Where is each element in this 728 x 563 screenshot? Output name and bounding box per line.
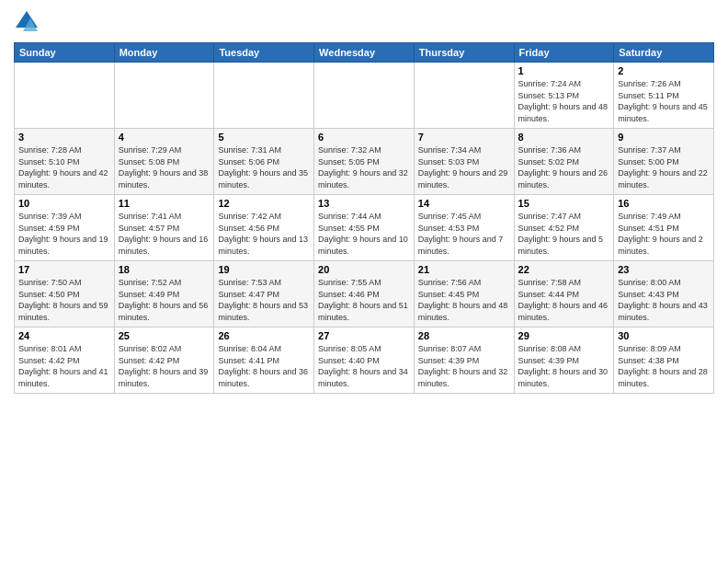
weekday-header: Friday bbox=[514, 43, 614, 63]
day-detail: Sunrise: 7:24 AMSunset: 5:13 PMDaylight:… bbox=[518, 79, 609, 123]
day-detail: Sunrise: 7:52 AMSunset: 4:49 PMDaylight:… bbox=[119, 278, 209, 322]
calendar-cell: 10 Sunrise: 7:39 AMSunset: 4:59 PMDaylig… bbox=[15, 195, 115, 261]
day-number: 3 bbox=[18, 132, 110, 143]
day-number: 9 bbox=[618, 132, 710, 143]
calendar-cell bbox=[314, 63, 415, 129]
calendar-cell bbox=[114, 63, 214, 129]
day-detail: Sunrise: 7:36 AMSunset: 5:02 PMDaylight:… bbox=[518, 145, 609, 190]
calendar-cell: 14 Sunrise: 7:45 AMSunset: 4:53 PMDaylig… bbox=[414, 195, 514, 261]
calendar-cell bbox=[214, 63, 314, 129]
calendar: SundayMondayTuesdayWednesdayThursdayFrid… bbox=[14, 42, 714, 394]
calendar-cell: 9 Sunrise: 7:37 AMSunset: 5:00 PMDayligh… bbox=[614, 129, 714, 195]
day-number: 24 bbox=[18, 330, 110, 341]
calendar-cell: 4 Sunrise: 7:29 AMSunset: 5:08 PMDayligh… bbox=[114, 129, 214, 195]
calendar-cell: 18 Sunrise: 7:52 AMSunset: 4:49 PMDaylig… bbox=[114, 261, 214, 327]
calendar-cell: 21 Sunrise: 7:56 AMSunset: 4:45 PMDaylig… bbox=[414, 261, 514, 327]
day-detail: Sunrise: 7:32 AMSunset: 5:05 PMDaylight:… bbox=[318, 145, 408, 190]
day-number: 2 bbox=[618, 65, 710, 76]
weekday-header: Saturday bbox=[614, 43, 714, 63]
calendar-cell: 12 Sunrise: 7:42 AMSunset: 4:56 PMDaylig… bbox=[214, 195, 314, 261]
calendar-cell: 25 Sunrise: 8:02 AMSunset: 4:42 PMDaylig… bbox=[114, 327, 214, 394]
day-detail: Sunrise: 7:58 AMSunset: 4:44 PMDaylight:… bbox=[518, 278, 609, 322]
weekday-header: Thursday bbox=[414, 43, 514, 63]
day-detail: Sunrise: 7:50 AMSunset: 4:50 PMDaylight:… bbox=[18, 278, 108, 322]
calendar-cell: 6 Sunrise: 7:32 AMSunset: 5:05 PMDayligh… bbox=[314, 129, 415, 195]
header bbox=[14, 9, 714, 35]
day-detail: Sunrise: 8:01 AMSunset: 4:42 PMDaylight:… bbox=[18, 344, 108, 388]
day-number: 16 bbox=[618, 198, 710, 209]
day-detail: Sunrise: 7:44 AMSunset: 4:55 PMDaylight:… bbox=[318, 212, 408, 256]
day-number: 20 bbox=[318, 264, 410, 275]
calendar-cell: 8 Sunrise: 7:36 AMSunset: 5:02 PMDayligh… bbox=[514, 129, 614, 195]
calendar-cell: 26 Sunrise: 8:04 AMSunset: 4:41 PMDaylig… bbox=[214, 327, 314, 394]
day-number: 28 bbox=[418, 330, 510, 341]
calendar-cell: 17 Sunrise: 7:50 AMSunset: 4:50 PMDaylig… bbox=[15, 261, 115, 327]
calendar-cell: 30 Sunrise: 8:09 AMSunset: 4:38 PMDaylig… bbox=[614, 327, 714, 394]
calendar-cell: 28 Sunrise: 8:07 AMSunset: 4:39 PMDaylig… bbox=[414, 327, 514, 394]
day-detail: Sunrise: 7:45 AMSunset: 4:53 PMDaylight:… bbox=[418, 212, 504, 256]
day-number: 13 bbox=[318, 198, 410, 209]
day-number: 29 bbox=[518, 330, 610, 341]
day-detail: Sunrise: 7:39 AMSunset: 4:59 PMDaylight:… bbox=[18, 212, 108, 256]
calendar-week-row: 10 Sunrise: 7:39 AMSunset: 4:59 PMDaylig… bbox=[15, 195, 714, 261]
day-number: 18 bbox=[119, 264, 210, 275]
calendar-cell: 3 Sunrise: 7:28 AMSunset: 5:10 PMDayligh… bbox=[15, 129, 115, 195]
day-number: 30 bbox=[618, 330, 710, 341]
day-detail: Sunrise: 7:34 AMSunset: 5:03 PMDaylight:… bbox=[418, 145, 508, 190]
calendar-week-row: 17 Sunrise: 7:50 AMSunset: 4:50 PMDaylig… bbox=[15, 261, 714, 327]
day-number: 4 bbox=[119, 132, 210, 143]
day-number: 22 bbox=[518, 264, 610, 275]
day-number: 17 bbox=[18, 264, 110, 275]
logo-icon bbox=[14, 9, 40, 35]
calendar-cell: 1 Sunrise: 7:24 AMSunset: 5:13 PMDayligh… bbox=[514, 63, 614, 129]
day-number: 27 bbox=[318, 330, 410, 341]
day-detail: Sunrise: 8:02 AMSunset: 4:42 PMDaylight:… bbox=[119, 344, 209, 388]
page: SundayMondayTuesdayWednesdayThursdayFrid… bbox=[0, 0, 728, 563]
day-detail: Sunrise: 8:04 AMSunset: 4:41 PMDaylight:… bbox=[218, 344, 308, 388]
calendar-cell: 27 Sunrise: 8:05 AMSunset: 4:40 PMDaylig… bbox=[314, 327, 415, 394]
calendar-cell: 29 Sunrise: 8:08 AMSunset: 4:39 PMDaylig… bbox=[514, 327, 614, 394]
calendar-cell: 7 Sunrise: 7:34 AMSunset: 5:03 PMDayligh… bbox=[414, 129, 514, 195]
calendar-cell: 20 Sunrise: 7:55 AMSunset: 4:46 PMDaylig… bbox=[314, 261, 415, 327]
day-number: 25 bbox=[119, 330, 210, 341]
day-detail: Sunrise: 7:31 AMSunset: 5:06 PMDaylight:… bbox=[218, 145, 308, 190]
day-number: 19 bbox=[218, 264, 310, 275]
day-detail: Sunrise: 7:29 AMSunset: 5:08 PMDaylight:… bbox=[119, 145, 209, 190]
day-detail: Sunrise: 8:07 AMSunset: 4:39 PMDaylight:… bbox=[418, 344, 508, 388]
calendar-cell: 19 Sunrise: 7:53 AMSunset: 4:47 PMDaylig… bbox=[214, 261, 314, 327]
day-number: 10 bbox=[18, 198, 110, 209]
day-number: 14 bbox=[418, 198, 510, 209]
calendar-cell: 13 Sunrise: 7:44 AMSunset: 4:55 PMDaylig… bbox=[314, 195, 415, 261]
calendar-cell bbox=[15, 63, 115, 129]
day-detail: Sunrise: 7:41 AMSunset: 4:57 PMDaylight:… bbox=[119, 212, 209, 256]
calendar-cell: 24 Sunrise: 8:01 AMSunset: 4:42 PMDaylig… bbox=[15, 327, 115, 394]
day-detail: Sunrise: 7:42 AMSunset: 4:56 PMDaylight:… bbox=[218, 212, 308, 256]
calendar-cell: 15 Sunrise: 7:47 AMSunset: 4:52 PMDaylig… bbox=[514, 195, 614, 261]
weekday-header: Monday bbox=[114, 43, 214, 63]
calendar-cell: 11 Sunrise: 7:41 AMSunset: 4:57 PMDaylig… bbox=[114, 195, 214, 261]
day-number: 23 bbox=[618, 264, 710, 275]
day-detail: Sunrise: 8:08 AMSunset: 4:39 PMDaylight:… bbox=[518, 344, 609, 388]
day-number: 8 bbox=[518, 132, 610, 143]
day-detail: Sunrise: 7:26 AMSunset: 5:11 PMDaylight:… bbox=[618, 79, 708, 123]
calendar-cell: 23 Sunrise: 8:00 AMSunset: 4:43 PMDaylig… bbox=[614, 261, 714, 327]
day-detail: Sunrise: 8:05 AMSunset: 4:40 PMDaylight:… bbox=[318, 344, 408, 388]
day-number: 6 bbox=[318, 132, 410, 143]
calendar-week-row: 3 Sunrise: 7:28 AMSunset: 5:10 PMDayligh… bbox=[15, 129, 714, 195]
day-detail: Sunrise: 8:09 AMSunset: 4:38 PMDaylight:… bbox=[618, 344, 708, 388]
day-number: 26 bbox=[218, 330, 310, 341]
logo bbox=[14, 9, 43, 35]
weekday-header: Tuesday bbox=[214, 43, 314, 63]
day-detail: Sunrise: 7:47 AMSunset: 4:52 PMDaylight:… bbox=[518, 212, 604, 256]
day-number: 15 bbox=[518, 198, 610, 209]
calendar-cell: 2 Sunrise: 7:26 AMSunset: 5:11 PMDayligh… bbox=[614, 63, 714, 129]
weekday-header: Sunday bbox=[15, 43, 115, 63]
calendar-week-row: 24 Sunrise: 8:01 AMSunset: 4:42 PMDaylig… bbox=[15, 327, 714, 394]
day-detail: Sunrise: 8:00 AMSunset: 4:43 PMDaylight:… bbox=[618, 278, 708, 322]
calendar-header-row: SundayMondayTuesdayWednesdayThursdayFrid… bbox=[15, 43, 714, 63]
day-number: 1 bbox=[518, 65, 610, 76]
calendar-cell: 22 Sunrise: 7:58 AMSunset: 4:44 PMDaylig… bbox=[514, 261, 614, 327]
day-number: 11 bbox=[119, 198, 210, 209]
day-detail: Sunrise: 7:49 AMSunset: 4:51 PMDaylight:… bbox=[618, 212, 703, 256]
day-detail: Sunrise: 7:53 AMSunset: 4:47 PMDaylight:… bbox=[218, 278, 308, 322]
